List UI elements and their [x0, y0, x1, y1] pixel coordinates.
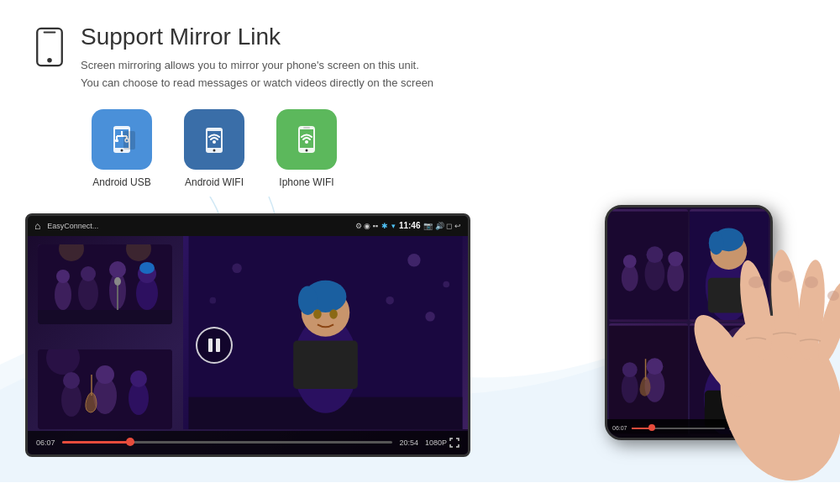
- svg-point-96: [827, 291, 839, 301]
- phone-pause-icon: [726, 375, 733, 384]
- svg-point-26: [56, 270, 70, 283]
- svg-point-75: [622, 373, 638, 403]
- thumb-band-bottom: [38, 349, 172, 429]
- phone-device: 06:07 20:54 1080P: [605, 205, 773, 440]
- svg-rect-58: [293, 340, 358, 388]
- car-screen: ⌂ EasyConnect... ⚙ ◉ ▪▪ ✱ ▾ 11:46 📷 🔊 ◻ …: [25, 213, 470, 457]
- phone-thumb-2: [690, 209, 769, 322]
- sub-text-line1: Screen mirroring allows you to mirror yo…: [81, 57, 806, 75]
- app-name: EasyConnect...: [47, 222, 351, 230]
- phone-pause-button[interactable]: [719, 370, 739, 390]
- svg-point-92: [812, 279, 840, 365]
- svg-point-49: [425, 312, 435, 322]
- svg-point-44: [130, 370, 147, 387]
- thumb-band: [38, 244, 172, 324]
- svg-point-62: [622, 265, 638, 291]
- svg-point-2: [47, 58, 52, 63]
- icon-item-iphone-wifi: Iphone WIFI: [260, 109, 353, 188]
- svg-point-91: [795, 259, 828, 361]
- svg-point-30: [109, 261, 126, 278]
- resolution-text: 1080P: [425, 438, 459, 448]
- iphone-wifi-label: Iphone WIFI: [279, 176, 333, 188]
- svg-point-47: [407, 254, 420, 266]
- phone-pause-bar-r: [731, 375, 733, 384]
- header-section: Support Mirror Link Screen mirroring all…: [0, 0, 840, 101]
- android-wifi-icon: [196, 121, 233, 158]
- iphone-wifi-badge: [276, 109, 337, 170]
- svg-point-72: [709, 231, 724, 255]
- iphone-wifi-icon: [288, 121, 325, 158]
- svg-point-60: [329, 309, 338, 319]
- svg-point-25: [55, 280, 71, 310]
- screen-video-area: 06:07 20:54 1080P: [28, 236, 468, 454]
- svg-rect-10: [115, 139, 118, 142]
- phone-progress-dot: [648, 424, 655, 431]
- time-start: 06:07: [36, 438, 55, 447]
- main-title: Support Mirror Link: [81, 24, 806, 50]
- pause-button-screen[interactable]: [196, 327, 233, 364]
- phone-in-hand: 06:07 20:54 1080P: [487, 197, 840, 482]
- svg-point-21: [305, 140, 308, 144]
- svg-point-16: [213, 140, 216, 144]
- resolution-label: 1080P: [425, 438, 447, 447]
- page-wrapper: Support Mirror Link Screen mirroring all…: [0, 0, 840, 504]
- android-wifi-label: Android WIFI: [185, 176, 244, 188]
- svg-point-50: [443, 281, 449, 287]
- svg-point-40: [63, 372, 80, 389]
- svg-rect-14: [207, 131, 221, 148]
- phone-resolution: 1080P: [748, 425, 765, 431]
- phone-time-end: 20:54: [729, 425, 744, 431]
- svg-point-48: [386, 296, 394, 304]
- svg-point-51: [232, 263, 242, 273]
- pause-bar-right: [216, 339, 220, 352]
- svg-rect-20: [303, 127, 310, 129]
- svg-point-5: [121, 149, 123, 151]
- svg-point-33: [139, 262, 155, 274]
- svg-rect-36: [38, 310, 172, 324]
- time-end: 20:54: [399, 438, 418, 447]
- svg-point-67: [668, 251, 683, 266]
- android-usb-icon: [103, 121, 140, 158]
- svg-point-35: [114, 277, 121, 286]
- home-icon: ⌂: [34, 220, 40, 232]
- android-wifi-badge: [184, 109, 244, 170]
- phone-pause-bar-l: [726, 375, 728, 384]
- progress-dot: [126, 438, 134, 446]
- progress-fill: [62, 441, 135, 444]
- status-bar: ⌂ EasyConnect... ⚙ ◉ ▪▪ ✱ ▾ 11:46 📷 🔊 ◻ …: [28, 216, 468, 236]
- svg-point-63: [623, 255, 637, 268]
- sub-text-line2: You can choose to read messages or watch…: [81, 75, 806, 92]
- phone-outline-icon: [34, 27, 66, 67]
- phone-progress-track[interactable]: [632, 428, 726, 429]
- pause-bar-left: [208, 339, 213, 352]
- android-usb-label: Android USB: [92, 176, 150, 188]
- svg-point-28: [81, 266, 96, 281]
- content-area: ⌂ EasyConnect... ⚙ ◉ ▪▪ ✱ ▾ 11:46 📷 🔊 ◻ …: [0, 197, 840, 482]
- svg-point-76: [622, 362, 638, 377]
- svg-point-57: [298, 286, 318, 315]
- svg-point-42: [96, 365, 114, 384]
- phone-time-start: 06:07: [612, 425, 627, 431]
- svg-rect-1: [44, 32, 56, 34]
- svg-point-15: [213, 149, 216, 151]
- phone-icon-area: [34, 27, 66, 71]
- progress-bar-area: 06:07 20:54 1080P: [28, 431, 468, 454]
- icon-item-android-wifi: Android WIFI: [168, 109, 260, 188]
- phone-screen: [607, 207, 770, 438]
- svg-point-52: [210, 297, 217, 303]
- icons-row: Android USB Android WIFI: [0, 101, 840, 197]
- svg-rect-73: [708, 277, 749, 312]
- android-usb-badge: [92, 109, 152, 170]
- phone-thumb-1: [609, 209, 688, 322]
- fullscreen-icon: [449, 438, 459, 448]
- phone-progress-bar: 06:07 20:54 1080P: [607, 419, 770, 438]
- band-scene: [38, 244, 172, 324]
- pause-icon: [208, 339, 220, 352]
- header-text: Support Mirror Link Screen mirroring all…: [81, 24, 806, 92]
- svg-point-94: [778, 270, 793, 282]
- icon-item-android-usb: Android USB: [76, 109, 168, 188]
- svg-point-59: [313, 309, 322, 319]
- status-time: 11:46: [399, 221, 421, 230]
- svg-rect-12: [123, 131, 135, 150]
- progress-track[interactable]: [62, 441, 393, 444]
